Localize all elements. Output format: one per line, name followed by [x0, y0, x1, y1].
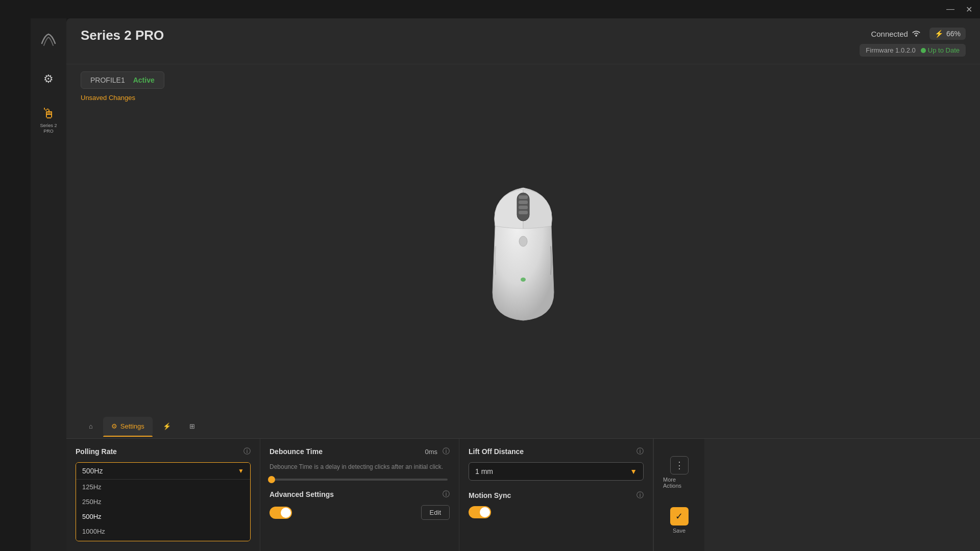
debounce-slider-thumb[interactable]	[268, 476, 275, 483]
polling-selected[interactable]: 500Hz ▼	[76, 463, 250, 480]
up-to-date-dot	[921, 48, 926, 53]
grid-icon: ⊞	[189, 422, 195, 430]
title-bar: — ✕	[0, 0, 980, 18]
save-label: Save	[673, 528, 685, 534]
home-icon: ⌂	[89, 422, 93, 430]
more-actions-label: More Actions	[663, 477, 695, 489]
lod-selected[interactable]: 1 mm ▼	[469, 463, 643, 480]
polling-rate-title: Polling Rate	[76, 447, 117, 456]
settings-tab-icon: ⚙	[111, 422, 117, 430]
debounce-info-icon[interactable]: ⓘ	[443, 447, 450, 456]
debounce-panel-header: Debounce Time 0ms ⓘ	[270, 447, 450, 456]
svg-rect-2	[519, 195, 528, 199]
motion-sync-toggle[interactable]	[469, 506, 491, 518]
debounce-title: Debounce Time	[270, 447, 323, 456]
debounce-slider-track	[272, 479, 448, 481]
sidebar-logo	[37, 29, 60, 51]
more-actions-icon: ⋮	[670, 456, 689, 474]
tab-settings[interactable]: ⚙ Settings	[103, 417, 153, 436]
edit-button[interactable]: Edit	[421, 505, 450, 520]
advanced-settings-title: Advanced Settings	[270, 490, 334, 498]
save-button[interactable]: ✓ Save	[666, 503, 693, 538]
sidebar-item-settings[interactable]: ⚙	[36, 66, 61, 92]
lod-arrow-icon: ▼	[630, 467, 637, 475]
battery-indicator: ⚡ 66%	[929, 28, 966, 40]
up-to-date-badge: Up to Date	[921, 46, 960, 54]
svg-point-7	[521, 278, 526, 282]
motion-sync-area: Motion Sync ⓘ	[469, 491, 644, 518]
connected-label: Connected	[871, 29, 921, 39]
svg-rect-4	[519, 206, 528, 209]
polling-info-icon[interactable]: ⓘ	[243, 447, 251, 456]
polling-option-1000[interactable]: 1000Hz	[76, 524, 250, 539]
more-actions-panel: ⋮ More Actions ✓ Save	[653, 439, 704, 551]
polling-option-125-1[interactable]: 125Hz	[76, 480, 250, 494]
connection-status: Connected ⚡ 66%	[871, 28, 966, 40]
svg-point-0	[915, 35, 917, 36]
toggle-knob	[281, 508, 291, 518]
mouse-image	[467, 180, 579, 338]
mouse-display	[66, 80, 980, 439]
motion-sync-header: Motion Sync ⓘ	[469, 491, 644, 500]
gear-icon: ⚙	[43, 72, 54, 86]
bottom-panels: Polling Rate ⓘ 500Hz ▼ 125Hz 250Hz 500Hz…	[66, 439, 980, 551]
header-right: Connected ⚡ 66%	[860, 28, 966, 57]
polling-options-list: 125Hz 250Hz 500Hz 1000Hz 125Hz 250Hz	[76, 480, 250, 541]
lod-info-icon[interactable]: ⓘ	[636, 447, 644, 456]
bottom-tabs: ⌂ ⚙ Settings ⚡ ⊞	[66, 414, 980, 439]
tab-grid[interactable]: ⊞	[181, 417, 203, 436]
advanced-settings-area: Advanced Settings ⓘ Edit	[270, 490, 450, 520]
motion-sync-content	[469, 506, 644, 518]
svg-point-6	[519, 236, 527, 246]
lod-dropdown[interactable]: 1 mm ▼	[469, 462, 644, 481]
polling-rate-panel: Polling Rate ⓘ 500Hz ▼ 125Hz 250Hz 500Hz…	[66, 439, 260, 551]
lod-title: Lift Off Distance	[469, 447, 524, 456]
wifi-icon	[911, 29, 921, 39]
polling-option-500[interactable]: 500Hz	[76, 509, 250, 524]
main-content: Series 2 PRO Connected	[66, 18, 980, 551]
battery-icon: ⚡	[935, 30, 943, 38]
app-window: — ✕ ⚙ 🖱 Series 2PRO Series 2 PRO	[0, 0, 980, 551]
sidebar: ⚙ 🖱 Series 2PRO	[31, 18, 66, 551]
motion-sync-title: Motion Sync	[469, 491, 511, 499]
debounce-description: Debounce Time is a delay in detecting cl…	[270, 462, 450, 471]
motion-info-icon[interactable]: ⓘ	[636, 491, 644, 500]
minimize-button[interactable]: —	[943, 2, 958, 16]
svg-rect-3	[519, 201, 528, 204]
lift-off-panel: Lift Off Distance ⓘ 1 mm ▼ Motion Sync ⓘ	[459, 439, 653, 551]
sidebar-device-label: Series 2PRO	[40, 123, 57, 134]
advanced-info-icon[interactable]: ⓘ	[443, 490, 450, 499]
lightning-icon: ⚡	[163, 422, 171, 430]
debounce-slider-container	[270, 479, 450, 481]
advanced-settings-toggle[interactable]	[270, 507, 292, 519]
advanced-panel-content: Edit	[270, 505, 450, 520]
svg-rect-5	[519, 211, 528, 214]
debounce-panel: Debounce Time 0ms ⓘ Debounce Time is a d…	[260, 439, 459, 551]
lod-panel-header: Lift Off Distance ⓘ	[469, 447, 644, 456]
firmware-info: Firmware 1.0.2.0 Up to Date	[860, 44, 966, 57]
advanced-panel-header: Advanced Settings ⓘ	[270, 490, 450, 499]
motion-toggle-knob	[480, 507, 490, 517]
polling-option-125-2[interactable]: 125Hz	[76, 539, 250, 541]
more-actions-button[interactable]: ⋮ More Actions	[659, 452, 699, 493]
close-button[interactable]: ✕	[962, 2, 976, 16]
polling-option-250-1[interactable]: 250Hz	[76, 494, 250, 509]
polling-panel-header: Polling Rate ⓘ	[76, 447, 251, 456]
device-header: Series 2 PRO Connected	[66, 18, 980, 64]
debounce-value: 0ms	[425, 448, 437, 456]
save-icon: ✓	[670, 507, 689, 525]
device-title-area: Series 2 PRO	[81, 28, 164, 43]
mouse-icon: 🖱	[41, 105, 56, 122]
tab-home[interactable]: ⌂	[81, 417, 101, 436]
dropdown-arrow-icon: ▼	[238, 467, 244, 474]
page-title: Series 2 PRO	[81, 28, 164, 43]
sidebar-item-device[interactable]: 🖱 Series 2PRO	[37, 102, 60, 137]
tab-lightning[interactable]: ⚡	[155, 417, 179, 436]
polling-dropdown[interactable]: 500Hz ▼ 125Hz 250Hz 500Hz 1000Hz 125Hz 2…	[76, 462, 251, 541]
